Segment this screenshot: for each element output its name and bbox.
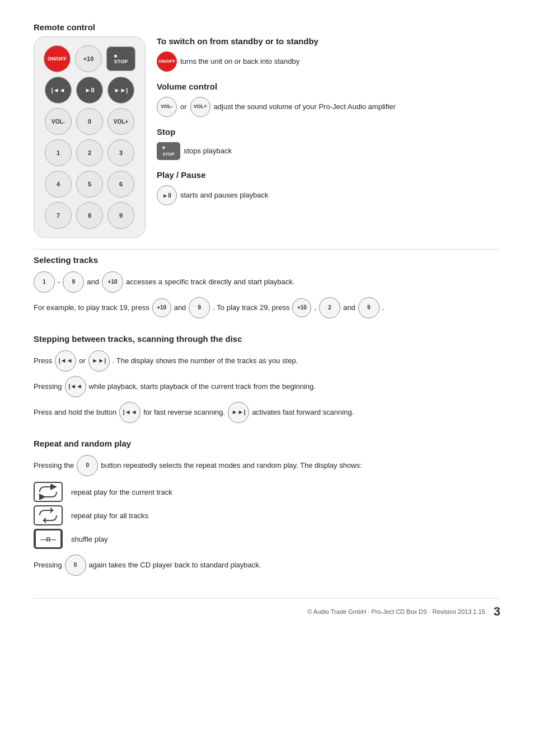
onoff-icon-standby: ON/OFF [157, 51, 177, 72]
selecting-title: Selecting tracks [34, 255, 500, 265]
repeat-title: Repeat and random play [34, 439, 500, 448]
repeat-line2-desc: again takes the CD player back to standa… [89, 558, 261, 571]
next-btn-step3: ►►| [228, 402, 249, 423]
zero-btn-repeat: 0 [77, 455, 98, 476]
remote-row-5: 4 5 6 [45, 171, 134, 198]
btn-5[interactable]: 5 [76, 171, 103, 198]
prev-btn-step2: |◄◄ [65, 376, 86, 397]
stepping-line2-desc: while playback, starts playback of the c… [89, 380, 316, 393]
divider-1 [34, 249, 500, 250]
page-number: 3 [494, 604, 500, 619]
repeat-row-last: Pressing 0 again takes the CD player bac… [34, 555, 500, 576]
btn-volplus[interactable]: VOL+ [107, 108, 134, 135]
btn-3[interactable]: 3 [107, 139, 134, 166]
repeat-all-icon [34, 505, 63, 525]
shuffle-icon: —R— [34, 529, 63, 549]
section-remote-label: Remote control [34, 22, 500, 32]
btn-7[interactable]: 7 [45, 202, 72, 229]
standby-title: To switch on from standby or to standby [157, 36, 500, 46]
btn-6[interactable]: 6 [107, 171, 134, 198]
and-text-3: and [343, 301, 355, 314]
and-text-1: and [87, 275, 99, 288]
btn-9[interactable]: 9 [107, 202, 134, 229]
remote-row-6: 7 8 9 [45, 202, 134, 229]
selecting-line1: accesses a specific track directly and s… [126, 275, 294, 288]
num-9-ex1: 9 [189, 297, 210, 318]
btn-8[interactable]: 8 [76, 202, 103, 229]
num-2-ex2: 2 [319, 297, 340, 318]
repeat-item-1-text: repeat play for the current track [71, 488, 172, 496]
repeat-item-2-text: repeat play for all tracks [71, 511, 148, 520]
play-desc: starts and pauses playback [180, 190, 269, 201]
stop-icon: ■STOP [157, 142, 180, 160]
prev-btn-step3: |◄◄ [119, 402, 140, 423]
example-end: . To play track 29, press [213, 301, 289, 314]
repeat-item-1: repeat play for the current track [34, 482, 500, 502]
stepping-line3-end: activates fast forward scanning. [252, 406, 354, 419]
stop-desc: stops playback [184, 145, 232, 157]
volminus-icon: VOL- [157, 97, 177, 117]
remote-row-2: |◄◄ ►II ►►| [45, 77, 134, 104]
btn-1[interactable]: 1 [45, 139, 72, 166]
repeat-item-3-text: shuffle play [71, 535, 108, 543]
stepping-row-2: Pressing |◄◄ while playback, starts play… [34, 376, 500, 397]
stepping-row-3: Press and hold the button |◄◄ for fast r… [34, 402, 500, 423]
standby-row: ON/OFF turns the unit on or back into st… [157, 51, 500, 72]
play-title: Play / Pause [157, 170, 500, 180]
btn-2[interactable]: 2 [76, 139, 103, 166]
next-btn-step1: ►►| [88, 350, 110, 372]
page-container: Remote control ON/OFF +10 ■STOP |◄◄ ►II … [34, 22, 500, 619]
btn-stop[interactable]: ■STOP [106, 46, 135, 71]
section-repeat: Repeat and random play Pressing the 0 bu… [34, 439, 500, 576]
btn-onoff[interactable]: ON/OFF [44, 45, 71, 72]
svg-text:—R—: —R— [41, 536, 57, 543]
pressing-text-2: Pressing [34, 380, 62, 393]
remote-image: ON/OFF +10 ■STOP |◄◄ ►II ►►| VOL- 0 VOL+… [34, 36, 146, 238]
repeat-line1-desc: button repeatedly selects the repeat mod… [101, 459, 362, 472]
pressing-the-text: Pressing the [34, 459, 74, 472]
playpause-icon: ►II [157, 185, 177, 205]
volume-desc: adjust the sound volume of your Pro-Ject… [214, 101, 396, 112]
stepping-title: Stepping between tracks, scanning throug… [34, 334, 500, 344]
press-hold-text: Press and hold the button [34, 406, 116, 419]
btn-playpause[interactable]: ►II [76, 77, 103, 104]
volume-title: Volume control [157, 82, 500, 91]
repeat-single-icon [34, 482, 63, 502]
example-pre: For example, to play track 19, press [34, 301, 149, 314]
stepping-line1-desc: . The display shows the number of the tr… [113, 354, 298, 367]
remote-row-3: VOL- 0 VOL+ [45, 108, 134, 135]
standby-desc: turns the unit on or back into standby [180, 56, 299, 67]
comma-text: , [314, 301, 316, 314]
btn-4[interactable]: 4 [45, 171, 72, 198]
play-row: ►II starts and pauses playback [157, 185, 500, 205]
btn-plus10[interactable]: +10 [75, 45, 102, 72]
section-stepping: Stepping between tracks, scanning throug… [34, 334, 500, 423]
num-1-select: 1 [34, 271, 55, 293]
plus10-ex2: +10 [292, 298, 311, 317]
btn-next[interactable]: ►►| [107, 77, 134, 104]
top-section: ON/OFF +10 ■STOP |◄◄ ►II ►►| VOL- 0 VOL+… [34, 36, 500, 238]
remote-row-1: ON/OFF +10 ■STOP [44, 45, 135, 72]
num-9-select: 9 [63, 271, 84, 293]
footer-text: © Audio Trade GmbH · Pro-Ject CD Box DS … [307, 608, 485, 615]
period-text: . [382, 301, 385, 314]
repeat-row-1: Pressing the 0 button repeatedly selects… [34, 455, 500, 476]
selecting-row-1: 1 - 9 and +10 accesses a specific track … [34, 271, 500, 293]
stepping-line3-mid: for fast reverse scanning. [143, 406, 225, 419]
press-text-1: Press [34, 354, 52, 367]
pressing-again-text: Pressing [34, 558, 62, 571]
stop-row: ■STOP stops playback [157, 142, 500, 160]
btn-zero[interactable]: 0 [76, 108, 103, 135]
footer: © Audio Trade GmbH · Pro-Ject CD Box DS … [34, 598, 500, 619]
btn-volminus[interactable]: VOL- [45, 108, 72, 135]
and-text-2: and [174, 301, 186, 314]
repeat-item-3: —R— shuffle play [34, 529, 500, 549]
volplus-icon: VOL+ [190, 97, 210, 117]
plus10-select: +10 [102, 271, 123, 293]
selecting-row-2: For example, to play track 19, press +10… [34, 297, 500, 318]
btn-prev[interactable]: |◄◄ [45, 77, 72, 104]
remote-row-4: 1 2 3 [45, 139, 134, 166]
instructions-panel: To switch on from standby or to standby … [157, 36, 500, 238]
stop-title: Stop [157, 127, 500, 137]
dash-text: - [58, 275, 60, 288]
